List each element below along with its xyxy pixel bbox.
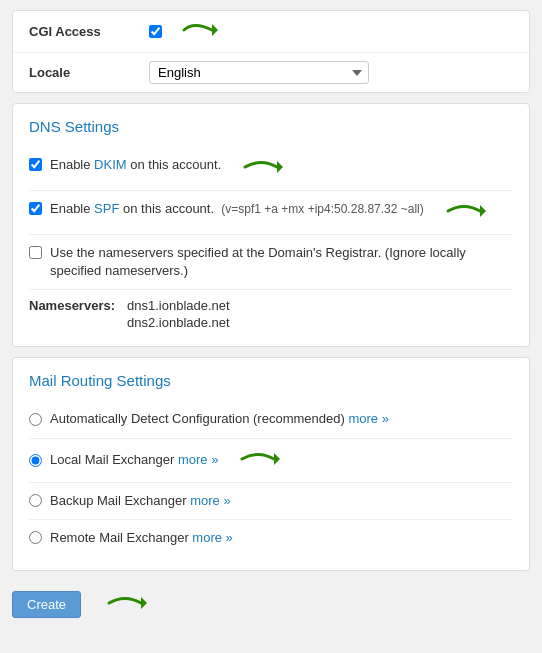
nameservers-option-row: Use the nameservers specified at the Dom… — [29, 235, 513, 290]
svg-marker-2 — [480, 205, 486, 217]
cgi-access-arrow-icon — [174, 19, 222, 44]
mail-auto-more-link[interactable]: more » — [348, 411, 388, 426]
top-settings-card: CGI Access Locale English Spanish French… — [12, 10, 530, 93]
nameservers-values: dns1.ionblade.net dns2.ionblade.net — [127, 298, 230, 330]
mail-remote-radio[interactable] — [29, 531, 42, 544]
spf-label: Enable SPF on this account. (v=spf1 +a +… — [50, 200, 424, 218]
dkim-label: Enable DKIM on this account. — [50, 156, 221, 174]
mail-backup-row: Backup Mail Exchanger more » — [29, 483, 513, 520]
spf-arrow-icon — [438, 200, 490, 225]
create-button[interactable]: Create — [12, 591, 81, 618]
dkim-arrow-icon — [235, 156, 287, 181]
mail-local-row: Local Mail Exchanger more » — [29, 439, 513, 483]
svg-marker-0 — [212, 24, 218, 36]
locale-select[interactable]: English Spanish French German — [149, 61, 369, 84]
mail-auto-row: Automatically Detect Configuration (reco… — [29, 401, 513, 438]
spf-value: (v=spf1 +a +mx +ip4:50.28.87.32 ~all) — [221, 202, 423, 216]
mail-routing-card: Mail Routing Settings Automatically Dete… — [12, 357, 530, 571]
svg-marker-4 — [141, 597, 147, 609]
spf-row: Enable SPF on this account. (v=spf1 +a +… — [29, 191, 513, 235]
nameserver-1: dns1.ionblade.net — [127, 298, 230, 313]
svg-marker-1 — [277, 161, 283, 173]
mail-local-radio[interactable] — [29, 454, 42, 467]
dns-section-title: DNS Settings — [29, 118, 513, 135]
spf-link[interactable]: SPF — [94, 201, 119, 216]
mail-local-arrow-icon — [232, 448, 284, 473]
svg-marker-3 — [274, 453, 280, 465]
spf-checkbox[interactable] — [29, 202, 42, 215]
mail-auto-label: Automatically Detect Configuration (reco… — [50, 410, 389, 428]
cgi-access-checkbox[interactable] — [149, 25, 162, 38]
mail-remote-more-link[interactable]: more » — [192, 530, 232, 545]
nameservers-row: Nameservers: dns1.ionblade.net dns2.ionb… — [29, 290, 513, 332]
nameservers-option-checkbox[interactable] — [29, 246, 42, 259]
mail-backup-radio[interactable] — [29, 494, 42, 507]
mail-auto-radio[interactable] — [29, 413, 42, 426]
mail-local-label: Local Mail Exchanger more » — [50, 451, 218, 469]
cgi-access-label: CGI Access — [29, 24, 149, 39]
dkim-link[interactable]: DKIM — [94, 157, 127, 172]
mail-backup-more-link[interactable]: more » — [190, 493, 230, 508]
mail-local-more-link[interactable]: more » — [178, 452, 218, 467]
bottom-bar: Create — [0, 581, 542, 628]
dkim-checkbox[interactable] — [29, 158, 42, 171]
mail-remote-row: Remote Mail Exchanger more » — [29, 520, 513, 556]
mail-remote-label: Remote Mail Exchanger more » — [50, 529, 233, 547]
mail-backup-label: Backup Mail Exchanger more » — [50, 492, 231, 510]
create-arrow-icon — [99, 592, 151, 617]
cgi-access-row: CGI Access — [13, 11, 529, 53]
nameservers-option-label: Use the nameservers specified at the Dom… — [50, 244, 513, 280]
dkim-row: Enable DKIM on this account. — [29, 147, 513, 191]
locale-row: Locale English Spanish French German — [13, 53, 529, 92]
nameserver-2: dns2.ionblade.net — [127, 315, 230, 330]
cgi-access-value — [149, 19, 222, 44]
nameservers-label: Nameservers: — [29, 298, 119, 330]
dns-settings-card: DNS Settings Enable DKIM on this account… — [12, 103, 530, 347]
locale-label: Locale — [29, 65, 149, 80]
mail-section-title: Mail Routing Settings — [29, 372, 513, 389]
locale-value: English Spanish French German — [149, 61, 369, 84]
